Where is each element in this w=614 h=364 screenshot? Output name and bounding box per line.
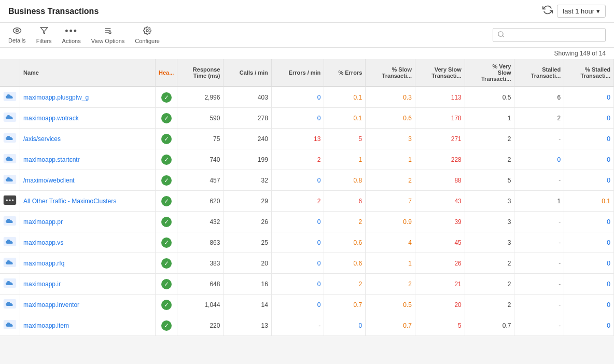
row-calls-per-min: 26 (224, 212, 271, 232)
row-name[interactable]: maximoapp.inventor (20, 295, 156, 315)
svg-marker-2 (40, 27, 47, 34)
col-response-time[interactable]: ResponseTime (ms) (177, 59, 224, 87)
col-icon (0, 59, 20, 87)
health-ok-icon: ✓ (161, 134, 172, 144)
row-name[interactable]: maximoapp.ir (20, 274, 156, 295)
row-pct-very-slow: 2 (465, 149, 514, 170)
actions-icon: ••• (65, 26, 78, 37)
row-pct-stalled: 0 (564, 170, 614, 191)
time-label: last 1 hour (563, 7, 594, 15)
time-selector[interactable]: last 1 hour ▾ (557, 5, 606, 18)
row-calls-per-min: 25 (224, 232, 271, 253)
row-health: ✓ (156, 108, 177, 129)
row-stalled: - (514, 253, 564, 274)
toolbar-filters[interactable]: Filters (36, 26, 52, 44)
row-icon (0, 315, 20, 336)
row-very-slow: 20 (415, 295, 465, 315)
toolbar-details[interactable]: Details (8, 27, 26, 44)
col-stalled[interactable]: StalledTransacti... (514, 59, 564, 87)
row-pct-slow: 0.5 (366, 295, 415, 315)
row-very-slow: 39 (415, 212, 465, 232)
row-calls-per-min: 16 (224, 274, 271, 295)
svg-point-8 (498, 32, 503, 36)
row-icon (0, 232, 20, 253)
row-pct-very-slow: 2 (465, 295, 514, 315)
row-pct-errors: 0.1 (324, 87, 366, 108)
refresh-icon[interactable] (542, 5, 553, 18)
row-name[interactable]: /maximo/webclient (20, 170, 156, 191)
row-errors-per-min: 0 (271, 274, 324, 295)
row-name[interactable]: All Other Traffic - MaximoClusters (20, 191, 156, 212)
row-pct-very-slow: 2 (465, 129, 514, 149)
row-name[interactable]: maximoapp.vs (20, 232, 156, 253)
row-pct-very-slow: 0.7 (465, 315, 514, 336)
health-ok-icon: ✓ (161, 196, 172, 206)
svg-point-17 (9, 199, 10, 201)
table-row: maximoapp.plusgptw_g✓2,99640300.10.31130… (0, 87, 614, 108)
health-ok-icon: ✓ (161, 279, 172, 289)
row-response-time: 75 (177, 129, 224, 149)
row-pct-very-slow: 2 (465, 274, 514, 295)
row-name[interactable]: maximoapp.item (20, 315, 156, 336)
row-calls-per-min: 403 (224, 87, 271, 108)
row-response-time: 1,044 (177, 295, 224, 315)
row-health: ✓ (156, 212, 177, 232)
row-very-slow: 5 (415, 315, 465, 336)
row-errors-per-min: 0 (271, 170, 324, 191)
col-pct-errors[interactable]: % Errors (324, 59, 366, 87)
col-pct-stalled[interactable]: % StalledTransacti... (564, 59, 614, 87)
table-row: maximoapp.startcntr✓740199211228200 (0, 149, 614, 170)
row-name[interactable]: maximoapp.wotrack (20, 108, 156, 129)
row-pct-very-slow: 3 (465, 212, 514, 232)
row-health: ✓ (156, 149, 177, 170)
col-calls-per-min[interactable]: Calls / min (224, 59, 271, 87)
row-pct-slow: 0.9 (366, 212, 415, 232)
row-pct-stalled: 0 (564, 87, 614, 108)
row-stalled: - (514, 212, 564, 232)
col-pct-very-slow[interactable]: % VerySlowTransacti... (465, 59, 514, 87)
row-stalled: - (514, 170, 564, 191)
col-pct-slow[interactable]: % SlowTransacti... (366, 59, 415, 87)
row-very-slow: 113 (415, 87, 465, 108)
row-health: ✓ (156, 295, 177, 315)
col-name[interactable]: Name (20, 59, 156, 87)
search-box[interactable] (493, 28, 606, 42)
search-input[interactable] (508, 31, 601, 39)
row-pct-slow: 7 (366, 191, 415, 212)
row-health: ✓ (156, 170, 177, 191)
table-container: Name Hea... ResponseTime (ms) Calls / mi… (0, 59, 614, 336)
row-response-time: 383 (177, 253, 224, 274)
col-very-slow[interactable]: Very SlowTransacti... (415, 59, 465, 87)
view-options-icon (103, 26, 113, 37)
row-pct-very-slow: 1 (465, 108, 514, 129)
row-stalled: - (514, 232, 564, 253)
row-very-slow: 88 (415, 170, 465, 191)
col-health[interactable]: Hea... (156, 59, 177, 87)
row-errors-per-min: 2 (271, 149, 324, 170)
row-errors-per-min: 2 (271, 191, 324, 212)
row-icon (0, 149, 20, 170)
row-pct-stalled: 0.1 (564, 191, 614, 212)
row-name[interactable]: maximoapp.rfq (20, 253, 156, 274)
filter-icon (40, 26, 48, 37)
row-name[interactable]: maximoapp.pr (20, 212, 156, 232)
transactions-table: Name Hea... ResponseTime (ms) Calls / mi… (0, 59, 614, 336)
row-pct-stalled: 0 (564, 315, 614, 336)
row-name[interactable]: /axis/services (20, 129, 156, 149)
toolbar-actions[interactable]: ••• Actions (62, 26, 81, 44)
row-very-slow: 21 (415, 274, 465, 295)
row-icon (0, 170, 20, 191)
col-errors-per-min[interactable]: Errors / min (271, 59, 324, 87)
toolbar-view-options[interactable]: View Options (91, 26, 125, 44)
row-errors-per-min: 0 (271, 232, 324, 253)
row-response-time: 740 (177, 149, 224, 170)
showing-bar: Showing 149 of 14 (0, 48, 614, 59)
toolbar-configure[interactable]: Configure (135, 26, 160, 44)
table-row: /maximo/webclient✓4573200.82885-0 (0, 170, 614, 191)
row-pct-errors: 2 (324, 212, 366, 232)
row-name[interactable]: maximoapp.startcntr (20, 149, 156, 170)
row-name[interactable]: maximoapp.plusgptw_g (20, 87, 156, 108)
row-icon (0, 212, 20, 232)
row-pct-slow: 3 (366, 129, 415, 149)
health-ok-icon: ✓ (161, 300, 172, 310)
